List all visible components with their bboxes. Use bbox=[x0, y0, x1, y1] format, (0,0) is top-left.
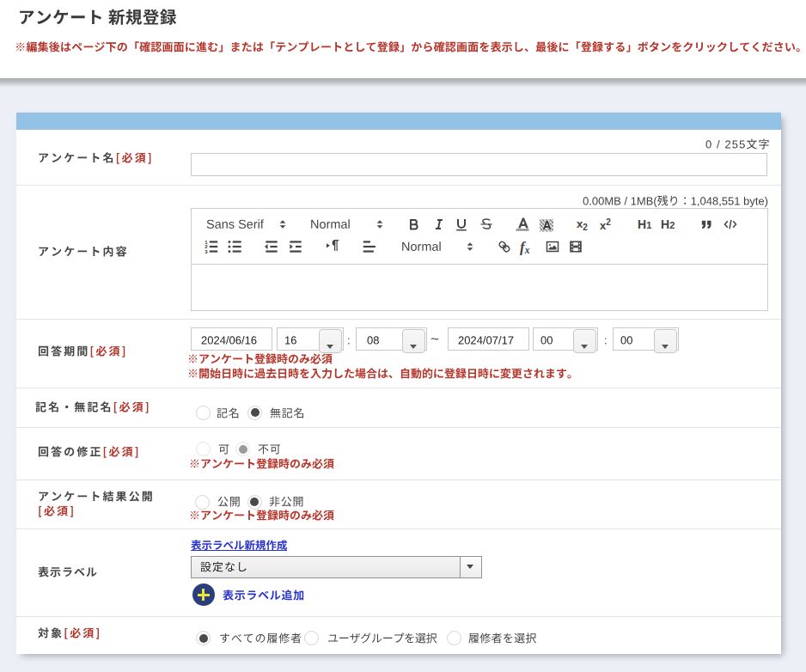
svg-text:3: 3 bbox=[205, 248, 208, 254]
